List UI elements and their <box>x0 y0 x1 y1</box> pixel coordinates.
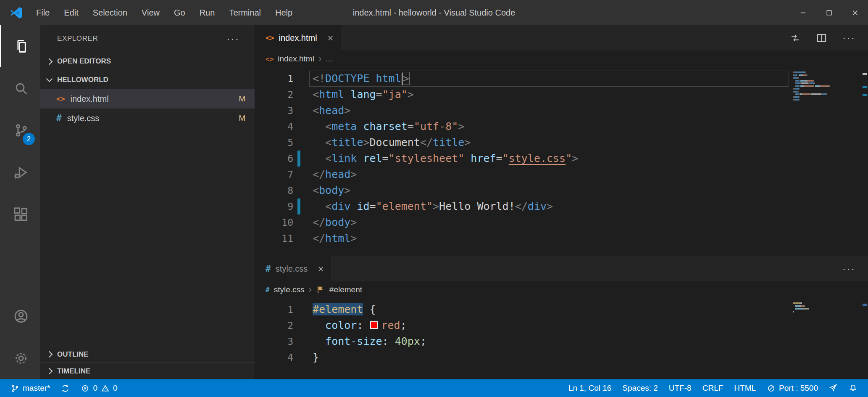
menu-view[interactable]: View <box>134 0 167 25</box>
tab-close-button[interactable] <box>327 34 334 42</box>
line-number: 7 <box>255 167 293 183</box>
css-rule-symbol-icon <box>316 285 325 294</box>
line-number: 11 <box>255 230 293 246</box>
code-editor-css[interactable]: 1#element {2 color: red;3 font-size: 40p… <box>255 298 868 365</box>
views-more-actions-icon[interactable]: ··· <box>226 33 239 45</box>
minimap[interactable] <box>793 71 857 102</box>
accounts-icon <box>13 308 29 324</box>
minimap[interactable] <box>793 302 857 313</box>
indentation-status[interactable]: Spaces: 2 <box>617 384 663 393</box>
minimap-token <box>799 74 802 76</box>
code-line-3[interactable]: 3 font-size: 40px; <box>255 333 868 349</box>
code-line-9[interactable]: 9 <div id="element">Hello World!</div> <box>255 198 868 214</box>
breadcrumb-tail[interactable]: ... <box>326 54 332 64</box>
chevron-right-icon <box>46 368 53 375</box>
tab-index-html[interactable]: <> index.html <box>255 25 341 50</box>
live-server-port[interactable]: Port : 5500 <box>761 384 823 393</box>
code-token: > <box>458 120 464 132</box>
code-token: < <box>313 184 319 196</box>
file-row-style.css[interactable]: #style.cssM <box>40 109 255 128</box>
overview-ruler <box>861 67 868 246</box>
outline-section[interactable]: OUTLINE <box>40 346 255 363</box>
code-line-1[interactable]: 1<!DOCTYPE html> <box>255 71 868 87</box>
menu-terminal[interactable]: Terminal <box>222 0 268 25</box>
minimize-button[interactable] <box>790 0 816 25</box>
file-row-index.html[interactable]: <>index.htmlM <box>40 89 255 109</box>
close-icon <box>327 34 334 42</box>
encoding-status[interactable]: UTF-8 <box>663 384 697 393</box>
settings-button[interactable] <box>0 337 40 379</box>
error-count: 0 <box>93 384 97 393</box>
explorer-button[interactable] <box>0 25 40 67</box>
code-token: = <box>382 152 389 164</box>
minimap-token <box>802 93 810 95</box>
source-control-button[interactable]: 2 <box>0 109 40 151</box>
menu-edit[interactable]: Edit <box>57 0 85 25</box>
close-icon <box>851 8 860 17</box>
menu-help[interactable]: Help <box>268 0 300 25</box>
line-number: 1 <box>255 302 293 318</box>
breadcrumb-symbol[interactable]: #element <box>329 285 362 294</box>
more-actions-icon[interactable]: ··· <box>842 32 855 44</box>
minimap-line <box>795 80 857 82</box>
run-debug-button[interactable] <box>0 151 40 193</box>
cursor-position[interactable]: Ln 1, Col 16 <box>563 384 617 393</box>
git-branch-status[interactable]: master* <box>5 379 55 397</box>
code-editor-html[interactable]: 1<!DOCTYPE html>2<html lang="ja">3<head>… <box>255 67 868 246</box>
open-editors-section[interactable]: OPEN EDITORS <box>40 52 255 71</box>
code-line-8[interactable]: 8<body> <box>255 183 868 198</box>
activity-bar: 2 <box>0 25 40 379</box>
minimap-token <box>815 85 818 87</box>
notifications-button[interactable] <box>843 384 863 392</box>
menu-run[interactable]: Run <box>192 0 222 25</box>
minimap-token <box>795 96 798 98</box>
minimap-token <box>808 80 814 82</box>
maximize-button[interactable] <box>816 0 842 25</box>
statusbar-right: Ln 1, Col 16 Spaces: 2 UTF-8 CRLF HTML P… <box>563 384 863 393</box>
code-line-1[interactable]: 1#element { <box>255 302 868 318</box>
accounts-button[interactable] <box>0 295 40 337</box>
close-button[interactable] <box>842 0 868 25</box>
tab-style-css[interactable]: # style.css <box>255 256 331 281</box>
timeline-section[interactable]: TIMELINE <box>40 363 255 379</box>
minimap-token <box>796 85 799 87</box>
problems-status[interactable]: 0 0 <box>75 379 123 397</box>
open-changes-icon[interactable] <box>789 32 801 44</box>
code-token: head <box>325 168 350 180</box>
tab-close-button[interactable] <box>317 265 324 273</box>
code-line-4[interactable]: 4 <meta charset="utf-8"> <box>255 119 868 135</box>
split-editor-icon[interactable] <box>816 32 827 44</box>
code-token <box>313 200 325 212</box>
code-line-4[interactable]: 4} <box>255 349 868 365</box>
menu-file[interactable]: File <box>29 0 57 25</box>
code-line-7[interactable]: 7</head> <box>255 167 868 183</box>
code-line-2[interactable]: 2<html lang="ja"> <box>255 87 868 103</box>
search-button[interactable] <box>0 67 40 109</box>
code-token: Document <box>370 136 420 148</box>
sync-button[interactable] <box>55 379 75 397</box>
code-line-3[interactable]: 3<head> <box>255 103 868 119</box>
breadcrumb-file[interactable]: index.html <box>278 54 314 64</box>
folder-section[interactable]: HELLOWORLD <box>40 71 255 89</box>
code-line-5[interactable]: 5 <title>Document</title> <box>255 135 868 151</box>
code-line-11[interactable]: 11</html> <box>255 230 868 246</box>
code-line-10[interactable]: 10</body> <box>255 214 868 230</box>
eol-status[interactable]: CRLF <box>697 384 729 393</box>
titlebar: FileEditSelectionViewGoRunTerminalHelp i… <box>0 0 868 25</box>
code-token: div <box>528 200 547 212</box>
breadcrumb-file[interactable]: style.css <box>274 285 305 294</box>
breadcrumb: # style.css › #element <box>255 281 868 298</box>
menu-selection[interactable]: Selection <box>86 0 134 25</box>
code-text: } <box>300 349 319 365</box>
language-mode[interactable]: HTML <box>729 384 761 393</box>
eol-label: CRLF <box>702 384 723 393</box>
more-actions-icon[interactable]: ··· <box>842 263 855 275</box>
extensions-button[interactable] <box>0 193 40 236</box>
code-line-2[interactable]: 2 color: red; <box>255 318 868 333</box>
git-modified-badge: M <box>239 94 245 103</box>
menu-go[interactable]: Go <box>167 0 192 25</box>
minimap-token <box>799 96 800 98</box>
code-text: font-size: 40px; <box>300 333 426 349</box>
code-line-6[interactable]: 6 <link rel="stylesheet" href="style.css… <box>255 151 868 167</box>
feedback-button[interactable] <box>823 384 843 392</box>
